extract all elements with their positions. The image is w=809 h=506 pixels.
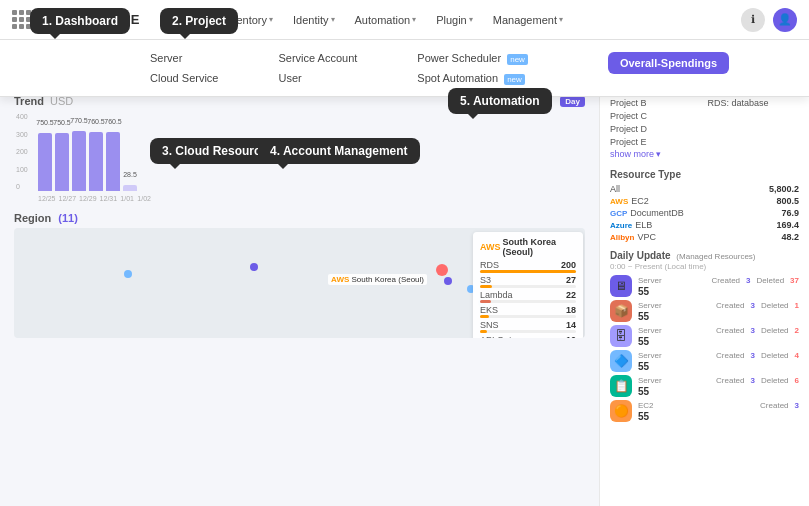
region-eks: EKS 18 <box>480 305 576 318</box>
overall-spendings-area: Overall-Spendings <box>608 52 729 84</box>
region-count: (11) <box>58 212 78 224</box>
chevron-down-icon: ▾ <box>269 15 273 24</box>
dropdown-spot-automation[interactable]: Spot Automation new <box>417 72 528 84</box>
y-axis: 400 300 200 100 0 <box>16 113 28 190</box>
chevron-down-icon: ▾ <box>656 149 661 159</box>
region-s3: S3 27 <box>480 275 576 288</box>
grid-menu-icon[interactable] <box>12 10 32 30</box>
region-panel-header: AWS South Korea (Seoul) <box>480 237 576 257</box>
daily-row-2: 📦 Server Created 3 Deleted 1 55 <box>610 300 799 322</box>
user-avatar-button[interactable]: 👤 <box>773 8 797 32</box>
region-rds: RDS 200 <box>480 260 576 273</box>
daily-update-title: Daily Update (Managed Resources) <box>610 250 799 261</box>
dropdown-server-col: Server Cloud Service <box>150 52 218 84</box>
bar-3[interactable]: 770.5 <box>72 131 86 191</box>
resource-elb[interactable]: Azure ELB 169.4 <box>610 220 799 230</box>
fav-project-b[interactable]: Project B <box>610 98 702 108</box>
daily-info-3: Server Created 3 Deleted 2 55 <box>638 326 799 347</box>
resource-vpc[interactable]: Alibyn VPC 48.2 <box>610 232 799 242</box>
daily-info-1: Server Created 3 Deleted 37 55 <box>638 276 799 297</box>
show-more-button[interactable]: show more ▾ <box>610 149 799 159</box>
daily-icon-5: 📋 <box>610 375 632 397</box>
resource-ec2[interactable]: AWS EC2 800.5 <box>610 196 799 206</box>
daily-info-6: EC2 Created 3 55 <box>638 401 799 422</box>
map-area: AWS South Korea (Seoul) AWS South Korea … <box>14 228 585 338</box>
new-badge: new <box>507 54 528 65</box>
dropdown-cloud-service[interactable]: Cloud Service <box>150 72 218 84</box>
resource-documentdb[interactable]: GCP DocumentDB 76.9 <box>610 208 799 218</box>
daily-icon-2: 📦 <box>610 300 632 322</box>
dropdown-identity-col: Service Account User <box>278 52 357 84</box>
day-button[interactable]: Day <box>560 96 585 107</box>
resource-type-title: Resource Type <box>610 169 799 180</box>
daily-info-5: Server Created 3 Deleted 6 55 <box>638 376 799 397</box>
main-content: 800 Compute Pinned Cloud Charts Filters … <box>0 40 809 506</box>
daily-row-4: 🔷 Server Created 3 Deleted 4 55 <box>610 350 799 372</box>
dropdown-service-account[interactable]: Service Account <box>278 52 357 64</box>
map-dot-us <box>124 270 132 278</box>
daily-info-4: Server Created 3 Deleted 4 55 <box>638 351 799 372</box>
nav-menu: Project Inventory ▾ Identity ▾ Automatio… <box>156 10 741 30</box>
map-dot-europe <box>250 263 258 271</box>
dropdown-user[interactable]: User <box>278 72 357 84</box>
nav-item-automation[interactable]: Automation ▾ <box>347 10 425 30</box>
daily-icon-4: 🔷 <box>610 350 632 372</box>
daily-row-6: 🟠 EC2 Created 3 55 <box>610 400 799 422</box>
region-lambda: Lambda 22 <box>480 290 576 303</box>
fav-rds-database[interactable]: RDS: database <box>708 98 800 108</box>
dropdown-menu: Server Cloud Service Service Account Use… <box>0 40 809 97</box>
x-axis: 12/25 12/27 12/29 12/31 1/01 1/02 <box>38 195 585 202</box>
map-dot-korea2 <box>444 277 452 285</box>
dropdown-server[interactable]: Server <box>150 52 218 64</box>
bubble-automation: 5. Automation <box>448 88 552 114</box>
daily-row-1: 🖥 Server Created 3 Deleted 37 55 <box>610 275 799 297</box>
resource-type-section: Resource Type All 5,800.2 AWS EC2 800.5 … <box>610 169 799 242</box>
bar-4[interactable]: 760.5 <box>89 132 103 191</box>
aws-korea-label: AWS South Korea (Seoul) <box>328 274 427 285</box>
map-dot-korea <box>436 264 448 276</box>
overall-spendings-button[interactable]: Overall-Spendings <box>608 52 729 74</box>
daily-update-section: Daily Update (Managed Resources) 0:00 ~ … <box>610 250 799 422</box>
chevron-down-icon: ▾ <box>469 15 473 24</box>
nav-item-plugin[interactable]: Plugin ▾ <box>428 10 481 30</box>
bubble-dashboard: 1. Dashboard <box>30 8 130 34</box>
nav-right-icons: ℹ 👤 <box>741 8 797 32</box>
bar-1[interactable]: 750.5 <box>38 133 52 192</box>
new-badge-2: new <box>504 74 525 85</box>
nav-item-identity[interactable]: Identity ▾ <box>285 10 342 30</box>
daily-time-range: 0:00 ~ Present (Local time) <box>610 262 799 271</box>
daily-row-3: 🗄 Server Created 3 Deleted 2 55 <box>610 325 799 347</box>
daily-icon-3: 🗄 <box>610 325 632 347</box>
dropdown-automation-col: Power Scheduler new Spot Automation new <box>417 52 528 84</box>
fav-project-c[interactable]: Project C <box>610 111 702 121</box>
daily-info-2: Server Created 3 Deleted 1 55 <box>638 301 799 322</box>
chevron-down-icon: ▾ <box>331 15 335 24</box>
bar-2[interactable]: 750.5 <box>55 133 69 192</box>
bar-6[interactable]: 28.5 <box>123 185 137 191</box>
daily-subtitle: (Managed Resources) <box>676 252 755 261</box>
region-api-gateway: API Gateway 10 <box>480 335 576 338</box>
daily-icon-1: 🖥 <box>610 275 632 297</box>
daily-row-5: 📋 Server Created 3 Deleted 6 55 <box>610 375 799 397</box>
region-data-panel: AWS South Korea (Seoul) RDS 200 S3 <box>473 232 583 338</box>
fav-project-e[interactable]: Project E <box>610 137 702 147</box>
right-panel: Favorites ★ Project Project A Project B … <box>599 40 809 506</box>
daily-icon-6: 🟠 <box>610 400 632 422</box>
region-section: Region (11) AWS South Korea (Seoul) <box>14 212 585 338</box>
info-icon-button[interactable]: ℹ <box>741 8 765 32</box>
chevron-down-icon: ▾ <box>559 15 563 24</box>
nav-item-management[interactable]: Management ▾ <box>485 10 571 30</box>
bubble-project: 2. Project <box>160 8 238 34</box>
dropdown-power-scheduler[interactable]: Power Scheduler new <box>417 52 528 64</box>
region-title: Region (11) <box>14 212 585 224</box>
bubble-account-management: 4. Account Management <box>258 138 420 164</box>
resource-all: All 5,800.2 <box>610 184 799 194</box>
bar-5[interactable]: 760.5 <box>106 132 120 191</box>
region-sns: SNS 14 <box>480 320 576 333</box>
chevron-down-icon: ▾ <box>412 15 416 24</box>
fav-project-d[interactable]: Project D <box>610 124 702 134</box>
